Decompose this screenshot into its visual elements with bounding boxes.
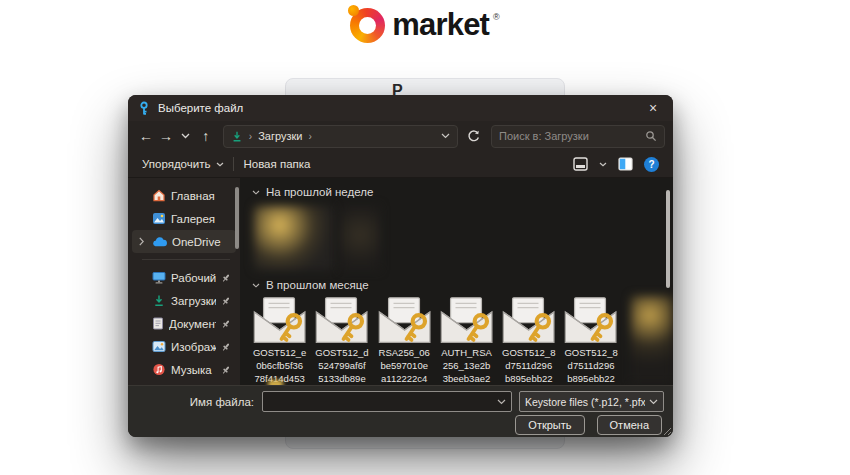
file-name: RSA256_06 be597010e a112222c4 a83f8fa97.… — [379, 347, 430, 385]
chevron-down-icon — [252, 283, 260, 288]
market-logo: market ® — [0, 7, 850, 43]
chevron-down-icon — [216, 162, 224, 167]
refresh-icon — [467, 130, 480, 143]
search-icon — [645, 130, 657, 142]
filename-field[interactable] — [262, 391, 512, 412]
navigation-bar: ← → ↑ › Загрузки › — [128, 121, 673, 151]
downloads-icon — [152, 294, 166, 307]
filetype-dropdown-icon — [649, 399, 658, 405]
file-list-area: На прошлой неделе В прошлом месяце — [240, 178, 673, 385]
desktop-icon — [152, 271, 166, 284]
search-box[interactable] — [491, 125, 665, 148]
address-dropdown-icon[interactable] — [441, 133, 450, 139]
file-list-scrollbar[interactable] — [666, 190, 670, 288]
market-logo-icon — [350, 8, 385, 43]
sidebar-item-onedrive[interactable]: OneDrive — [132, 230, 236, 253]
chevron-right-icon — [139, 237, 144, 246]
onedrive-icon — [152, 237, 167, 247]
file-item[interactable]: GOST512_8 d7511d296 b895ebb22 fdde8887..… — [499, 296, 558, 385]
back-button[interactable]: ← — [136, 125, 156, 147]
dialog-body: Главная Галерея OneDrive — [128, 178, 673, 385]
group-header-last-month[interactable]: В прошлом месяце — [252, 279, 673, 291]
pin-icon — [221, 342, 231, 352]
filename-input[interactable] — [268, 396, 497, 408]
logo-dot — [348, 5, 359, 16]
open-button[interactable]: Открыть — [515, 415, 584, 435]
certificate-file-icon — [375, 296, 434, 345]
blurred-file-item[interactable] — [254, 206, 334, 270]
forward-button[interactable]: → — [156, 125, 176, 147]
file-open-dialog: Выберите файл × ← → ↑ › Загрузки › — [128, 95, 673, 437]
home-icon — [152, 189, 166, 202]
blurred-file-group — [254, 206, 673, 270]
sidebar-item-pictures[interactable]: Изображения — [132, 335, 236, 358]
music-icon — [152, 363, 166, 376]
pin-icon — [221, 365, 231, 375]
view-dropdown-icon[interactable] — [599, 162, 607, 167]
sidebar-item-music[interactable]: Музыка — [132, 358, 236, 381]
file-name: GOST512_8 d7511d296 b895ebb22 fdde8887..… — [502, 347, 555, 385]
pictures-icon — [152, 340, 166, 353]
document-icon — [152, 317, 164, 330]
breadcrumb-separator: › — [249, 131, 252, 142]
sidebar-item-gallery[interactable]: Галерея — [132, 207, 236, 230]
file-item[interactable]: GOST512_8 d7511d296 b895ebb22 fdde8887..… — [561, 296, 620, 385]
chevron-down-icon — [181, 133, 190, 139]
sidebar-item-downloads[interactable]: Загрузки — [132, 289, 236, 312]
up-button[interactable]: ↑ — [196, 125, 216, 147]
preview-pane-icon[interactable] — [618, 157, 633, 171]
sidebar-scrollbar[interactable] — [235, 187, 239, 249]
certificate-file-icon — [312, 296, 371, 345]
filename-label: Имя файла: — [128, 396, 262, 408]
sidebar-item-documents[interactable]: Документы — [132, 312, 236, 335]
change-view-icon[interactable] — [573, 157, 588, 171]
dialog-titlebar: Выберите файл × — [128, 95, 673, 121]
pin-icon — [221, 296, 231, 306]
gallery-icon — [152, 212, 166, 225]
organize-label: Упорядочить — [142, 158, 210, 170]
sidebar-item-desktop[interactable]: Рабочий стол — [132, 266, 236, 289]
search-input[interactable] — [499, 130, 641, 142]
pin-icon — [221, 319, 231, 329]
file-item[interactable]: RSA256_06 be597010e a112222c4 a83f8fa97.… — [375, 296, 434, 385]
file-item[interactable]: GOST512_d 524799af6f 5133db89e 56624e64.… — [312, 296, 371, 385]
address-bar[interactable]: › Загрузки › — [223, 125, 458, 148]
file-item[interactable]: GOST512_e 0b6cfb5f36 78f414d453 dbcddd55… — [250, 296, 309, 385]
blurred-file-item[interactable] — [340, 206, 380, 270]
cancel-button[interactable]: Отмена — [597, 415, 662, 435]
pin-icon — [221, 273, 231, 283]
file-item[interactable]: AUTH_RSA 256_13e2b 3beeb3ae2 a6ff7548... — [437, 296, 496, 385]
filename-dropdown-icon[interactable] — [497, 399, 506, 405]
blurred-file-item[interactable] — [631, 296, 673, 384]
close-icon[interactable]: × — [643, 100, 663, 116]
resize-grip[interactable] — [663, 427, 672, 436]
group-header-last-week[interactable]: На прошлой неделе — [252, 186, 673, 198]
file-name: AUTH_RSA 256_13e2b 3beeb3ae2 a6ff7548... — [441, 347, 492, 385]
files-row: GOST512_e 0b6cfb5f36 78f414d453 dbcddd55… — [250, 296, 673, 385]
dialog-title: Выберите файл — [158, 102, 243, 114]
certificate-file-icon — [561, 296, 620, 345]
breadcrumb-location[interactable]: Загрузки — [258, 130, 302, 142]
registered-mark: ® — [493, 12, 500, 22]
dialog-footer: Имя файла: Keystore files (*.p12, *.pfx,… — [128, 385, 673, 437]
certificate-file-icon — [437, 296, 496, 345]
organize-button[interactable]: Упорядочить — [142, 158, 224, 170]
filetype-value: Keystore files (*.p12, *.pfx, *.jks) — [525, 396, 645, 408]
sidebar-divider — [142, 259, 230, 260]
breadcrumb-separator[interactable]: › — [308, 131, 311, 142]
help-button[interactable]: ? — [644, 157, 659, 172]
certificate-file-icon — [250, 296, 309, 345]
recent-locations-button[interactable] — [176, 125, 196, 147]
refresh-button[interactable] — [462, 125, 484, 147]
navigation-pane: Главная Галерея OneDrive — [128, 178, 240, 385]
sidebar-item-home[interactable]: Главная — [132, 184, 236, 207]
toolbar-divider — [233, 157, 234, 171]
file-name: GOST512_d 524799af6f 5133db89e 56624e64.… — [315, 347, 368, 385]
new-folder-button[interactable]: Новая папка — [243, 158, 310, 170]
dialog-toolbar: Упорядочить Новая папка ? — [128, 151, 673, 178]
filetype-select[interactable]: Keystore files (*.p12, *.pfx, *.jks) — [519, 391, 664, 412]
certificate-file-icon — [499, 296, 558, 345]
key-icon — [138, 101, 150, 116]
new-folder-label: Новая папка — [243, 158, 310, 170]
chevron-down-icon — [252, 190, 260, 195]
